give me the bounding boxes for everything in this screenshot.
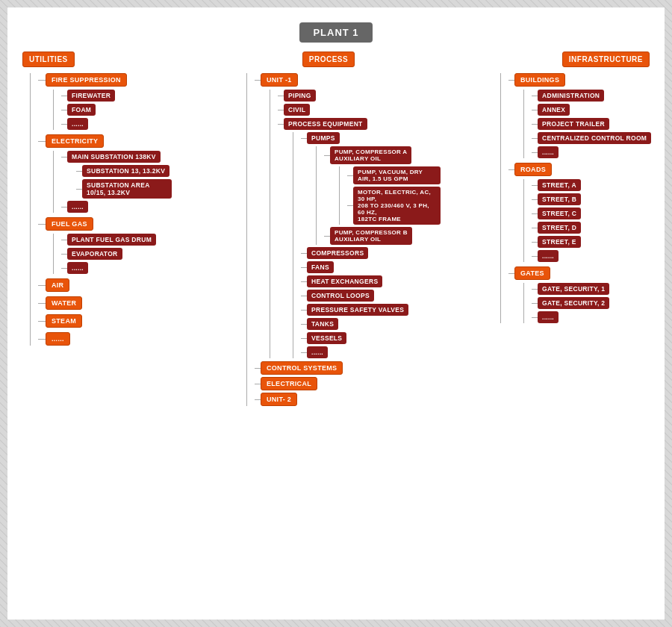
pump-vacuum: PUMP, VACUUM, DRY AIR, 1.5 US GPM xyxy=(353,166,441,184)
control-systems: CONTROL SYSTEMS xyxy=(261,361,343,375)
street-b: STREET, B xyxy=(538,193,581,205)
steam: STEAM xyxy=(46,314,82,328)
pumps: PUMPS xyxy=(307,132,340,144)
gate-security-1: GATE, SECURITY, 1 xyxy=(538,283,609,295)
gate-security-2: GATE, SECURITY, 2 xyxy=(538,297,609,309)
electrical: ELECTRICAL xyxy=(261,377,317,390)
street-d: STREET, D xyxy=(538,222,581,234)
administration: ADMINISTRATION xyxy=(538,90,604,102)
fire-suppression: FIRE SUPPRESSION xyxy=(46,73,127,87)
infrastructure-header: INFRASTRUCTURE xyxy=(562,52,650,67)
annex: ANNEX xyxy=(538,104,570,116)
heat-exchangers: HEAT EXCHANGERS xyxy=(307,275,382,287)
plant-fuel-gas-drum: PLANT FUEL GAS DRUM xyxy=(67,234,156,246)
centralized-control-room: CENTRALIZED CONTROL ROOM xyxy=(538,132,651,144)
electricity-dots: ...... xyxy=(67,201,88,213)
gates-dots: ...... xyxy=(538,311,559,323)
fuel-gas-dots: ...... xyxy=(67,262,88,274)
substation-13: SUBSTATION 13, 13.2KV xyxy=(82,165,169,177)
vessels: VESSELS xyxy=(307,332,346,344)
air: AIR xyxy=(46,278,69,292)
process-equipment: PROCESS EQUIPMENT xyxy=(284,118,367,130)
process-header: PROCESS xyxy=(302,52,355,67)
civil: CIVIL xyxy=(284,104,310,116)
utilities-column: UTILITIES FIRE SUPPRESSION FIREWATER xyxy=(15,52,172,350)
water: WATER xyxy=(46,296,82,310)
fans: FANS xyxy=(307,261,334,273)
process-equip-dots: ...... xyxy=(307,346,328,358)
utilities-dots: ...... xyxy=(46,332,70,346)
street-c: STREET, C xyxy=(538,208,581,219)
firewater: FIREWATER xyxy=(67,90,115,102)
gates: GATES xyxy=(514,266,550,280)
piping: PIPING xyxy=(284,90,316,102)
root-node: PLANT 1 xyxy=(299,22,372,43)
unit-1: UNIT -1 xyxy=(261,73,298,87)
pump-compressor-b: PUMP, COMPRESSOR BAUXILIARY OIL xyxy=(330,227,412,245)
roads-dots: ...... xyxy=(538,250,559,262)
infrastructure-column: INFRASTRUCTURE BUILDINGS ADMINISTRATION xyxy=(485,52,657,328)
tanks: TANKS xyxy=(307,318,338,330)
foam: FOAM xyxy=(67,104,96,116)
fire-suppression-dots: ...... xyxy=(67,118,88,130)
unit-2: UNIT- 2 xyxy=(261,393,297,406)
evaporator: EVAPORATOR xyxy=(67,248,122,260)
street-a: STREET, A xyxy=(538,179,581,191)
project-trailer: PROJECT TRAILER xyxy=(538,118,609,130)
pump-compressor-a: PUMP, COMPRESSOR AAUXILIARY OIL xyxy=(330,146,411,164)
fuel-gas: FUEL GAS xyxy=(46,217,93,231)
utilities-header: UTILITIES xyxy=(22,52,75,67)
main-substation: MAIN SUBSTATION 138KV xyxy=(67,151,161,163)
electricity: ELECTRICITY xyxy=(46,134,104,148)
roads: ROADS xyxy=(514,163,552,176)
compressors: COMPRESSORS xyxy=(307,247,368,259)
buildings: BUILDINGS xyxy=(514,73,565,87)
process-column: PROCESS UNIT -1 PIPING xyxy=(217,52,441,408)
pressure-safety-valves: PRESSURE SAFETY VALVES xyxy=(307,304,408,316)
control-loops: CONTROL LOOPS xyxy=(307,290,374,302)
buildings-dots: ...... xyxy=(538,146,559,158)
street-e: STREET, E xyxy=(538,236,581,248)
substation-area: SUBSTATION AREA 10/15, 13.2KV xyxy=(82,179,172,199)
motor-electric: MOTOR, ELECTRIC, AC, 30 HP,208 TO 230/46… xyxy=(353,187,441,225)
